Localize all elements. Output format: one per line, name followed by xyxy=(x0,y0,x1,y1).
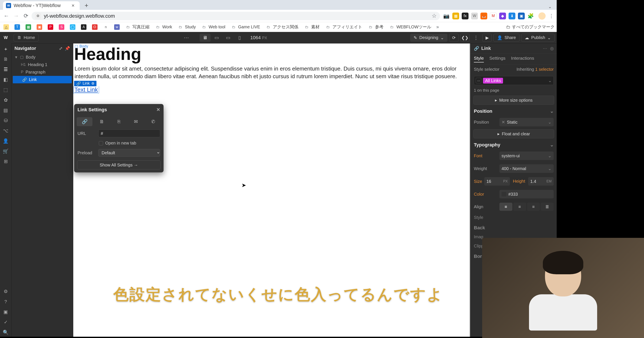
link-type-phone-icon[interactable]: ✆ xyxy=(145,117,161,126)
tab-close-icon[interactable]: × xyxy=(72,3,74,9)
extension-icon[interactable]: fx xyxy=(462,13,468,20)
more-size-options-button[interactable]: ▸ More size options xyxy=(474,96,554,105)
tree-link[interactable]: 🔗Link xyxy=(13,76,72,83)
extension-icon[interactable]: ▦ xyxy=(452,13,459,20)
color-field[interactable]: #333 xyxy=(500,190,554,198)
back-button[interactable]: ← xyxy=(2,12,11,20)
reset-icon[interactable]: ✕ xyxy=(502,120,505,125)
styles-icon[interactable]: ✿ xyxy=(2,96,10,104)
tab-settings[interactable]: Settings xyxy=(490,56,506,63)
position-field[interactable]: ✕ Static ⌄ xyxy=(500,118,554,126)
url-input[interactable] xyxy=(98,130,160,137)
bookmark-folder[interactable]: 🗀写真圧縮 xyxy=(124,23,151,31)
tab-style[interactable]: Style xyxy=(474,56,484,63)
bp-landscape-icon[interactable]: ▭ xyxy=(222,34,234,42)
extension-icon[interactable]: W xyxy=(471,13,478,20)
font-field[interactable]: system-ui⌄ xyxy=(500,152,554,160)
link-type-email-icon[interactable]: ✉ xyxy=(128,117,144,126)
apps-icon[interactable]: ⊞ xyxy=(2,157,10,166)
tree-paragraph[interactable]: PParagraph xyxy=(12,68,73,76)
float-clear-button[interactable]: ▸ Float and clear xyxy=(474,129,554,138)
bookmark-folder[interactable]: 🗀素材 xyxy=(302,23,321,31)
download-ext-icon[interactable]: ⬇ xyxy=(508,13,515,20)
variables-icon[interactable]: ⬚ xyxy=(2,86,10,94)
bookmark-item[interactable]: T xyxy=(13,24,21,31)
gear-icon[interactable]: ⚙ xyxy=(91,81,94,86)
bookmark-item[interactable]: w xyxy=(113,24,121,31)
canvas-paragraph[interactable]: Lorem ipsum dolor sit amet, consectetur … xyxy=(73,65,470,80)
bookmark-folder[interactable]: 🗀参考 xyxy=(366,23,385,31)
sync-icon[interactable]: ⟳ xyxy=(449,34,458,42)
extension-icon[interactable]: 🦊 xyxy=(480,13,487,20)
bookmark-item[interactable]: △ xyxy=(2,24,10,31)
users-icon[interactable]: 👤 xyxy=(2,137,10,145)
close-icon[interactable]: ✕ xyxy=(156,107,160,113)
section-position[interactable]: Position⌄ xyxy=(471,106,557,116)
align-right-icon[interactable]: ≡ xyxy=(527,203,540,211)
audit-icon[interactable]: ✓ xyxy=(2,318,10,326)
tab-overflow-icon[interactable]: ⌄ xyxy=(546,4,554,10)
bookmark-folder[interactable]: 🗀アクセス関係 xyxy=(264,23,300,31)
collapse-icon[interactable]: ⤢ xyxy=(59,46,62,51)
all-bookmarks[interactable]: 🗀すべてのブックマーク xyxy=(506,24,554,30)
bp-mobile-icon[interactable]: ▯ xyxy=(234,34,245,42)
home-button[interactable]: 🗎 Home xyxy=(14,34,38,42)
selector-pill[interactable]: All Links xyxy=(483,78,503,84)
assets-icon[interactable]: ▤ xyxy=(2,106,10,115)
align-center-icon[interactable]: ≡ xyxy=(513,203,526,211)
browser-menu-icon[interactable]: ⋮ xyxy=(548,12,554,20)
extension-icon[interactable]: ▣ xyxy=(518,13,525,20)
site-info-icon[interactable]: ⚙ xyxy=(35,13,41,19)
align-justify-icon[interactable]: ≣ xyxy=(541,203,554,211)
tree-heading1[interactable]: H1Heading 1 xyxy=(12,61,73,68)
bookmark-folder[interactable]: 🗀アフィリエイト xyxy=(324,23,364,31)
gmail-ext-icon[interactable]: M xyxy=(490,13,497,20)
bookmark-folder[interactable]: 🗀Game LIVE xyxy=(230,24,261,31)
align-left-icon[interactable]: ≡ xyxy=(500,203,512,211)
inheriting-text[interactable]: Inheriting 1 selector xyxy=(516,67,554,72)
browser-tab[interactable]: W Webflow - YT|Webflow × xyxy=(3,1,80,10)
help-icon[interactable]: ? xyxy=(2,297,10,306)
canvas-width[interactable]: 1064PX xyxy=(250,35,267,41)
screenshot-ext-icon[interactable]: 📷 xyxy=(443,13,450,20)
open-new-tab-checkbox[interactable] xyxy=(99,141,103,145)
components-icon[interactable]: ◧ xyxy=(2,76,10,84)
link-type-url-icon[interactable]: 🔗 xyxy=(77,117,92,126)
bookmark-item[interactable]: ▣ xyxy=(35,24,44,31)
profile-avatar[interactable] xyxy=(538,12,546,20)
bookmark-item[interactable]: ▦ xyxy=(24,24,32,31)
reload-button[interactable]: ⟳ xyxy=(22,12,30,20)
forward-button[interactable]: → xyxy=(12,12,20,20)
bookmark-folder[interactable]: 🗀Work xyxy=(154,24,173,31)
bookmark-item[interactable]: ◯ xyxy=(68,24,77,31)
preload-select[interactable]: Default xyxy=(98,149,160,157)
search-icon[interactable]: 🔍 xyxy=(2,328,10,337)
pin-icon[interactable]: 📌 xyxy=(65,46,70,51)
bookmark-folder[interactable]: 🗀Web tool xyxy=(200,24,226,31)
lineheight-field[interactable]: 1.4EM xyxy=(528,177,554,186)
add-element-icon[interactable]: ＋ xyxy=(2,45,10,53)
pages-icon[interactable]: 🗎 xyxy=(2,55,10,64)
tab-interactions[interactable]: Interactions xyxy=(511,56,534,63)
selection-chip[interactable]: 🔗 Link ⚙ xyxy=(74,81,96,86)
tree-body[interactable]: ▾▢Body xyxy=(12,53,73,61)
bookmark-item[interactable]: O xyxy=(91,24,99,31)
selector-field[interactable]: ▭ All Links ⌄ xyxy=(474,76,554,85)
bp-desktop-icon[interactable]: 🖥 xyxy=(200,34,210,42)
video-icon[interactable]: ▣ xyxy=(2,308,10,316)
more-icon[interactable]: ⋮ xyxy=(471,35,481,41)
link-type-page-icon[interactable]: 🗎 xyxy=(94,117,110,126)
chevron-down-icon[interactable]: ⌄ xyxy=(548,78,552,83)
navigator-icon[interactable]: ☰ xyxy=(2,65,10,74)
weight-field[interactable]: 400 - Normal⌄ xyxy=(500,164,554,173)
link-type-section-icon[interactable]: ⎘ xyxy=(111,117,127,126)
more-icon[interactable]: ⋯ xyxy=(543,46,547,51)
bookmark-item[interactable]: S xyxy=(58,24,66,31)
extensions-puzzle-icon[interactable]: 🧩 xyxy=(527,13,534,20)
mode-designing[interactable]: ✎ Designing ⌄ xyxy=(410,34,448,42)
address-bar[interactable]: ⚙ yt-webflow.design.webflow.com ☆ xyxy=(32,12,440,20)
preview-play-icon[interactable]: ▶ xyxy=(482,34,492,42)
bookmark-folder[interactable]: 🗀WEBFLOWツール xyxy=(388,23,432,31)
bookmark-star-icon[interactable]: ☆ xyxy=(432,13,436,19)
publish-button[interactable]: ☁ Publish ⌄ xyxy=(521,34,554,42)
